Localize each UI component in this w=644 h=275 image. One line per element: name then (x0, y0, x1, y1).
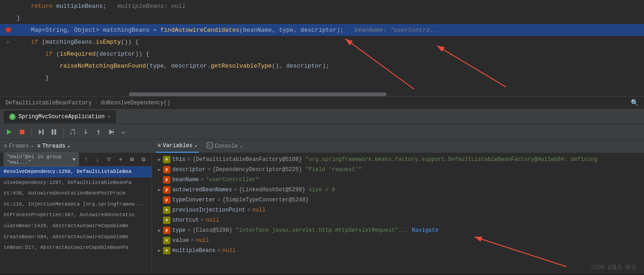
variables-list: ▶ e this = {DefaultListableBeanFactory@5… (152, 153, 644, 274)
code-content-5: if (isRequired(descriptor)) { (13, 51, 644, 57)
tab-label: SpringMvcSourceApplication (18, 114, 105, 120)
code-line-1: return multipleBeans; multipleBeans: nul… (0, 0, 644, 12)
var-icon-shortcut: e (163, 217, 170, 224)
spring-icon: S (9, 114, 16, 120)
threads-icon: ≡ (37, 143, 40, 149)
svg-marker-15 (97, 130, 100, 132)
var-icon-autowiredbeannames: p (163, 186, 170, 194)
step-into-button[interactable] (80, 126, 91, 138)
var-multiplebeans[interactable]: ▶ e multipleBeans = null (152, 246, 644, 256)
expand-type[interactable]: ▶ (156, 227, 163, 234)
var-icon-typeconverter: p (163, 196, 170, 204)
code-content-1: return multipleBeans; multipleBeans: nul… (13, 3, 644, 10)
thread-name: "main"@#1 in group "mai..." (7, 154, 71, 165)
svg-marker-3 (7, 129, 12, 135)
var-icon-descriptor: p (163, 166, 170, 173)
frame-item-1[interactable]: olveDependency:1207, DefaultListableBean… (0, 178, 152, 189)
frames-tab[interactable]: ≡ Frames ↗ (4, 143, 33, 149)
gutter-icons-4: ▷ (4, 39, 13, 45)
breadcrumb-separator: › (94, 100, 98, 106)
tab-bar: S SpringMvcSourceApplication ✕ (0, 109, 644, 124)
down-button[interactable]: ↓ (93, 154, 102, 165)
threads-pin-icon: ↗ (67, 143, 70, 149)
frame-item-3[interactable]: nt:116, InjectionMetadata [org.springfra… (0, 199, 152, 210)
resume-button[interactable] (35, 126, 47, 138)
var-icon-previnjection: e (163, 206, 170, 214)
svg-marker-13 (84, 132, 87, 134)
thread-selector[interactable]: "main"@#1 in group "mai..." ▼ (4, 153, 79, 166)
threads-label: Threads (42, 143, 65, 149)
filter-button[interactable]: ▽ (105, 154, 113, 165)
svg-text:=: = (122, 129, 125, 136)
svg-text:>_: >_ (208, 143, 212, 148)
toolbar-sep-2 (63, 127, 64, 137)
grid-button[interactable]: ⊞ (128, 154, 136, 165)
toolbar-sep-1 (31, 127, 32, 137)
run-to-cursor-button[interactable] (106, 126, 117, 138)
tab-springmvc[interactable]: S SpringMvcSourceApplication ✕ (4, 110, 116, 123)
var-shortcut[interactable]: ▶ e shortcut = null (152, 215, 644, 225)
var-this[interactable]: ▶ e this = {DefaultListableBeanFactory@5… (152, 155, 644, 165)
code-line-2: } (0, 12, 644, 24)
frame-item-0[interactable]: ResolveDependency:1250, DefaultListableB… (0, 166, 152, 178)
code-line-5: if (isRequired(descriptor)) { (0, 48, 644, 60)
gutter-icons-3 (4, 27, 13, 33)
var-type[interactable]: ▶ p type = {Class@5290} "interface javax… (152, 225, 644, 235)
search-icon[interactable]: 🔍 (631, 99, 638, 107)
frame-item-6[interactable]: CreateBean:594, AbstractAutowireCapableB… (0, 232, 152, 243)
code-hscrollbar[interactable] (0, 92, 644, 96)
var-icon-multiplebeans: e (163, 247, 170, 254)
threads-tab[interactable]: ≡ Threads ↗ (37, 143, 70, 149)
variables-tab[interactable]: ≡ Variables ↗ (156, 140, 199, 153)
frame-item-4[interactable]: ntProcessProperties:397, AutowiredAnnota… (0, 210, 152, 221)
expand-descriptor[interactable]: ▶ (156, 166, 163, 173)
frame-item-5[interactable]: ulateBean:1429, AbstractAutowireCapableB… (0, 221, 152, 232)
variables-icon: ≡ (158, 143, 161, 149)
expand-multiplebeans[interactable]: ▶ (156, 247, 163, 254)
breadcrumb-method[interactable]: doResolveDependency() (100, 100, 170, 106)
code-line-4: ▷ if (matchingBeans.isEmpty()) { (0, 36, 644, 48)
step-over-button[interactable] (67, 126, 78, 138)
code-line-3: Map<String, Object> matchingBeans = find… (0, 24, 644, 36)
variables-label: Variables (163, 143, 193, 149)
code-content-2: } (13, 15, 644, 22)
console-icon: >_ (206, 142, 213, 150)
var-icon-beanname: p (163, 176, 170, 183)
settings-button[interactable]: ⚙ (139, 154, 148, 165)
frames-label: Frames (9, 143, 29, 149)
var-descriptor[interactable]: ▶ p descriptor = {DependencyDescriptor@5… (152, 165, 644, 175)
tab-close-icon[interactable]: ✕ (107, 114, 111, 120)
var-previousinjectionpoint[interactable]: ▶ e previousInjectionPoint = null (152, 205, 644, 215)
frames-header: "main"@#1 in group "mai..." ▼ ↑ ↓ ▽ + ⊞ … (0, 153, 152, 166)
console-pin-icon: ↗ (240, 143, 242, 149)
code-content-3: Map<String, Object> matchingBeans = find… (13, 27, 644, 34)
expand-autowiredbeannames[interactable]: ▶ (156, 186, 163, 194)
step-out-button[interactable] (93, 126, 104, 138)
chevron-down-icon: ▼ (73, 157, 76, 162)
frame-item-2[interactable]: ct:636, AutowiredAnnotationBeanPostProce (0, 188, 152, 199)
var-icon-this: e (163, 156, 170, 163)
add-button[interactable]: + (116, 154, 125, 165)
left-panel: ≡ Frames ↗ ≡ Threads ↗ "main"@#1 in grou… (0, 140, 152, 274)
evaluate-button[interactable]: = (119, 126, 130, 138)
pause-button[interactable] (48, 126, 59, 138)
var-icon-value: e (163, 237, 170, 244)
console-tab[interactable]: >_ Console ↗ (205, 140, 244, 153)
var-value[interactable]: ▶ e value = null (152, 235, 644, 246)
up-button[interactable]: ↑ (82, 154, 90, 165)
var-beanname[interactable]: ▶ p beanName = "userController" (152, 175, 644, 185)
breadcrumb-class[interactable]: DefaultListableBeanFactory (6, 100, 92, 106)
navigate-link[interactable]: Navigate (412, 227, 439, 234)
code-content-4: if (matchingBeans.isEmpty()) { (13, 39, 644, 46)
breadcrumb-bar: DefaultListableBeanFactory › doResolveDe… (0, 97, 644, 109)
rerun-button[interactable] (4, 126, 15, 138)
expand-this[interactable]: ▶ (156, 156, 163, 163)
frame-item-7[interactable]: teBean:517, AbstractAutowireCapableBeanF… (0, 242, 152, 253)
stop-button[interactable] (17, 126, 28, 138)
var-autowiredbeannames[interactable]: ▶ p autowiredBeanNames = {LinkedHashSet@… (152, 185, 644, 195)
frames-pin-icon: ↗ (30, 143, 33, 149)
watermark: CSDN @遇见·昨天 (591, 264, 637, 271)
var-typeconverter[interactable]: ▶ p typeConverter = {SimpleTypeConverter… (152, 195, 644, 205)
bottom-panels: ≡ Frames ↗ ≡ Threads ↗ "main"@#1 in grou… (0, 140, 644, 274)
svg-rect-6 (42, 129, 44, 135)
